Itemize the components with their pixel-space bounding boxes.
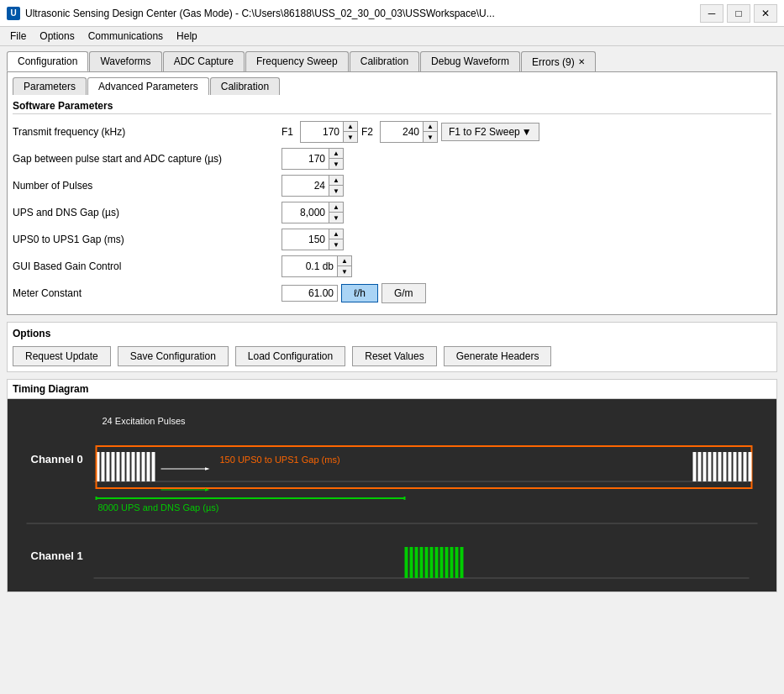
menu-options[interactable]: Options	[33, 29, 81, 44]
svg-rect-2	[102, 452, 105, 481]
svg-rect-32	[405, 547, 408, 578]
gap-adc-input[interactable]	[282, 151, 329, 166]
svg-rect-20	[718, 452, 722, 481]
svg-rect-11	[147, 452, 150, 481]
tab-configuration[interactable]: Configuration	[7, 51, 88, 71]
options-buttons: Request Update Save Configuration Load C…	[13, 346, 771, 366]
pulses-spin-up[interactable]: ▲	[329, 176, 343, 186]
ups-dns-label: 8000 UPS and DNS Gap (µs)	[98, 502, 219, 513]
ups-dns-spin-down[interactable]: ▼	[329, 213, 343, 223]
gain-spin-up[interactable]: ▲	[338, 256, 351, 266]
software-params-header: Software Parameters	[13, 100, 771, 114]
close-button[interactable]: ✕	[754, 4, 777, 23]
gap-adc-spinner: ▲ ▼	[282, 148, 344, 170]
param-row-gain: GUI Based Gain Control ▲ ▼	[13, 255, 771, 277]
meter-input[interactable]	[282, 286, 337, 301]
f2-label: F2	[361, 126, 373, 138]
sweep-dropdown-arrow[interactable]: ▼	[522, 126, 532, 138]
ups-dns-input[interactable]	[282, 205, 329, 220]
load-configuration-button[interactable]: Load Configuration	[235, 346, 345, 366]
ups0-ups1-spin-up[interactable]: ▲	[329, 229, 343, 239]
svg-rect-41	[450, 547, 454, 578]
f2-spin-down[interactable]: ▼	[424, 132, 437, 142]
svg-rect-25	[744, 452, 747, 481]
tab-errors-close[interactable]: ✕	[578, 57, 585, 66]
svg-rect-43	[460, 547, 464, 578]
param-label-pulses: Number of Pulses	[13, 180, 282, 192]
svg-rect-40	[445, 547, 449, 578]
meter-unit2-button[interactable]: G/m	[381, 283, 426, 303]
gain-input[interactable]	[282, 259, 337, 274]
param-label-gain: GUI Based Gain Control	[13, 260, 282, 272]
sweep-button[interactable]: F1 to F2 Sweep ▼	[441, 123, 539, 141]
tab-errors[interactable]: Errors (9) ✕	[521, 51, 596, 71]
param-label-meter: Meter Constant	[13, 287, 282, 299]
channel0-pulses-left	[97, 452, 155, 481]
gap-adc-spinner-btns: ▲ ▼	[329, 149, 343, 169]
ups0-ups1-label: 150 UPS0 to UPS1 Gap (ms)	[220, 455, 340, 465]
svg-rect-38	[435, 547, 439, 578]
pulses-spinner-btns: ▲ ▼	[329, 176, 343, 196]
param-row-ups-dns: UPS and DNS Gap (µs) ▲ ▼	[13, 202, 771, 223]
f1-spin-up[interactable]: ▲	[344, 122, 357, 132]
save-configuration-button[interactable]: Save Configuration	[118, 346, 229, 366]
window-controls: ─ □ ✕	[700, 4, 777, 23]
ups-dns-spinner-btns: ▲ ▼	[329, 202, 343, 223]
meter-unit1-button[interactable]: ℓ/h	[341, 284, 378, 302]
tab-frequency-sweep[interactable]: Frequency Sweep	[245, 51, 349, 71]
f2-spin-up[interactable]: ▲	[424, 122, 437, 132]
tab-debug-waveform[interactable]: Debug Waveform	[420, 51, 520, 71]
f1-spinner: ▲ ▼	[300, 121, 358, 143]
param-row-meter: Meter Constant ℓ/h G/m	[13, 282, 771, 304]
generate-headers-button[interactable]: Generate Headers	[444, 346, 552, 366]
ups-dns-spin-up[interactable]: ▲	[329, 202, 343, 213]
svg-rect-22	[729, 452, 732, 481]
gap-adc-spin-up[interactable]: ▲	[329, 149, 343, 159]
pulses-input[interactable]	[282, 178, 329, 193]
param-label-transmit-freq: Transmit frequency (kHz)	[13, 126, 282, 138]
f2-input[interactable]	[381, 124, 423, 139]
ups0-ups1-input[interactable]	[282, 232, 329, 247]
reset-values-button[interactable]: Reset Values	[352, 346, 436, 366]
minimize-button[interactable]: ─	[700, 4, 723, 23]
transmit-freq-inputs: F1 ▲ ▼ F2 ▲ ▼	[282, 121, 539, 143]
ups0-ups1-spinner: ▲ ▼	[282, 229, 344, 250]
ups0-ups1-spin-down[interactable]: ▼	[329, 239, 343, 250]
request-update-button[interactable]: Request Update	[13, 346, 111, 366]
svg-rect-8	[132, 452, 135, 481]
gap-adc-spin-down[interactable]: ▼	[329, 159, 343, 169]
sub-tab-advanced-parameters[interactable]: Advanced Parameters	[87, 77, 209, 95]
tab-waveforms[interactable]: Waveforms	[89, 51, 161, 71]
software-params-section: Software Parameters Transmit frequency (…	[13, 100, 771, 304]
menu-file[interactable]: File	[3, 29, 33, 44]
svg-rect-23	[734, 452, 737, 481]
svg-rect-42	[455, 547, 459, 578]
gain-spinner-btns: ▲ ▼	[337, 256, 351, 276]
meter-spinner	[282, 285, 338, 302]
pulses-spin-down[interactable]: ▼	[329, 186, 343, 196]
gain-spin-down[interactable]: ▼	[338, 266, 351, 276]
maximize-button[interactable]: □	[727, 4, 750, 23]
menu-help[interactable]: Help	[170, 29, 204, 44]
options-section: Options Request Update Save Configuratio…	[7, 322, 777, 372]
options-header: Options	[13, 328, 771, 339]
timing-diagram: Channel 0 24 Excitation Pulses	[8, 399, 776, 591]
main-tab-bar: Configuration Waveforms ADC Capture Freq…	[7, 51, 777, 71]
timing-svg: Channel 0 24 Excitation Pulses	[14, 406, 770, 582]
menu-bar: File Options Communications Help	[0, 27, 784, 46]
sub-tab-calibration[interactable]: Calibration	[210, 77, 280, 95]
svg-rect-37	[430, 547, 434, 578]
svg-rect-36	[425, 547, 429, 578]
f1-spinner-btns: ▲ ▼	[343, 122, 357, 142]
f1-input[interactable]	[301, 124, 343, 139]
svg-rect-12	[152, 452, 155, 481]
tab-calibration[interactable]: Calibration	[350, 51, 419, 71]
tab-adc-capture[interactable]: ADC Capture	[163, 51, 245, 71]
svg-rect-34	[415, 547, 418, 578]
svg-rect-35	[420, 547, 424, 578]
svg-rect-7	[127, 452, 130, 481]
menu-communications[interactable]: Communications	[82, 29, 170, 44]
channel1-pulses	[405, 547, 464, 578]
f1-spin-down[interactable]: ▼	[344, 132, 357, 142]
sub-tab-parameters[interactable]: Parameters	[13, 77, 87, 95]
